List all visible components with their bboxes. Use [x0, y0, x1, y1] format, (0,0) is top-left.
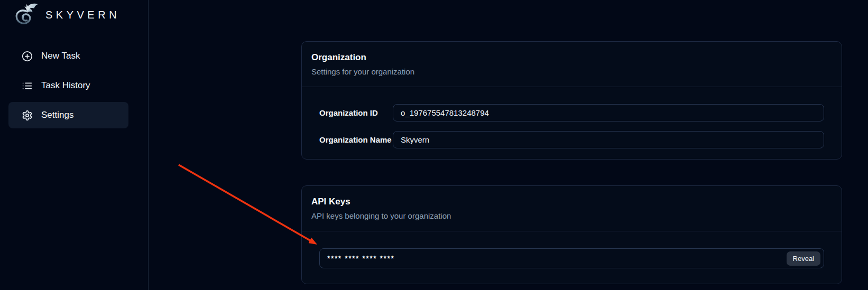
organization-card-body: Organization ID Organization Name: [302, 87, 842, 148]
skyvern-logo[interactable]: SKYVERN: [13, 1, 120, 29]
api-keys-card-header: API Keys API keys belonging to your orga…: [302, 186, 842, 231]
gear-icon: [22, 110, 33, 121]
reveal-button[interactable]: Reveal: [787, 251, 820, 266]
sidebar-item-label: New Task: [41, 51, 80, 61]
organization-name-row: Organization Name: [319, 131, 824, 148]
plus-circle-icon: [22, 51, 33, 62]
api-keys-card-title: API Keys: [311, 197, 832, 207]
api-keys-card-subtitle: API keys belonging to your organization: [311, 211, 832, 221]
organization-id-label: Organization ID: [319, 108, 393, 117]
organization-card: Organization Settings for your organizat…: [301, 41, 842, 160]
api-keys-card-body: **** **** **** **** Reveal: [302, 231, 842, 268]
organization-name-input[interactable]: [393, 131, 824, 148]
api-key-input[interactable]: **** **** **** **** Reveal: [319, 248, 824, 268]
annotation-arrow-line: [179, 165, 311, 241]
api-key-masked-value: **** **** **** ****: [327, 254, 394, 263]
sidebar-item-label: Task History: [41, 80, 90, 91]
organization-card-header: Organization Settings for your organizat…: [302, 42, 842, 87]
sidebar-item-task-history[interactable]: Task History: [8, 72, 128, 99]
organization-id-row: Organization ID: [319, 104, 824, 121]
organization-card-title: Organization: [311, 52, 832, 63]
sidebar-item-settings[interactable]: Settings: [8, 102, 128, 128]
sidebar-nav: New Task Task History Se: [8, 43, 128, 128]
list-icon: [22, 80, 33, 91]
api-keys-card: API Keys API keys belonging to your orga…: [301, 185, 842, 284]
organization-name-label: Organization Name: [319, 135, 393, 144]
organization-card-subtitle: Settings for your organization: [311, 67, 832, 77]
settings-page: SKYVERN New Task Task History: [0, 0, 868, 290]
sidebar: SKYVERN New Task Task History: [0, 0, 149, 290]
brand-wordmark: SKYVERN: [45, 9, 120, 21]
organization-id-input[interactable]: [393, 104, 824, 121]
sidebar-item-label: Settings: [41, 110, 73, 120]
dragon-logo-icon: [13, 1, 40, 29]
sidebar-item-new-task[interactable]: New Task: [8, 43, 128, 69]
